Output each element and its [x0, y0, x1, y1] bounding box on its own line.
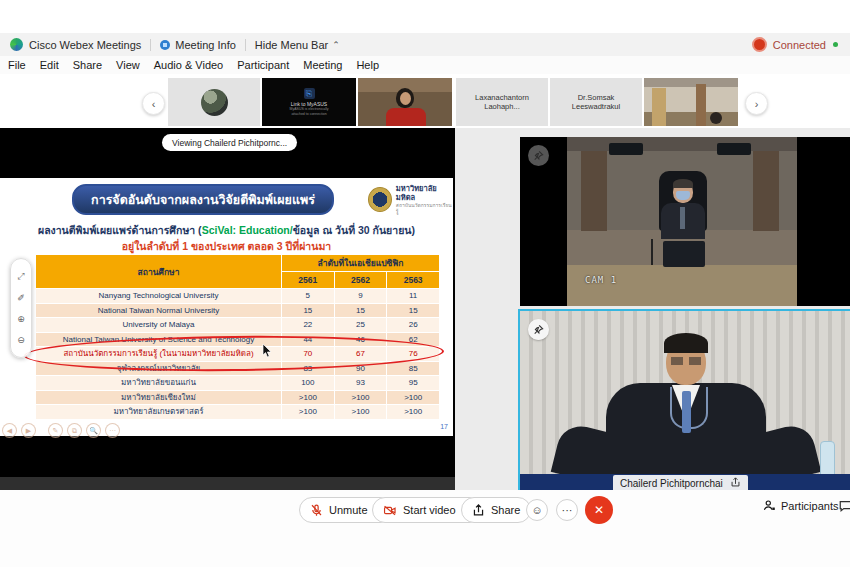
share-button[interactable]: Share — [461, 497, 531, 523]
table-header-institution: สถานศึกษา — [36, 255, 282, 289]
menu-item-view[interactable]: View — [116, 59, 140, 71]
meeting-info-icon — [160, 40, 170, 50]
video-figure — [717, 143, 751, 155]
participant-thumbnail[interactable]: Laxanachantorn Laohaph... — [456, 78, 548, 126]
copy-slide-button[interactable]: ⧉ — [67, 423, 82, 438]
zoom-in-icon[interactable]: ⊕ — [17, 314, 25, 324]
share-icon — [472, 504, 485, 517]
more-tools-button[interactable]: ⋯ — [105, 423, 120, 438]
video-figure — [673, 179, 693, 188]
slide-subtitle-line2: อยู่ในลำดับที่ 1 ของประเทศ ตลอด 3 ปีที่ผ… — [0, 238, 453, 255]
mic-muted-icon — [310, 504, 323, 517]
video-figure — [652, 88, 666, 126]
logo-name: มหาวิทยาลัยมหิดล — [396, 184, 453, 202]
app-title: Cisco Webex Meetings — [29, 39, 141, 51]
viewer-tools-toolbar: ⤢ ✐ ⊕ ⊖ — [10, 258, 32, 358]
record-icon — [752, 37, 767, 52]
video-figure — [664, 333, 708, 353]
thumbnail-label: Dr.Somsak Leeswadtrakul — [550, 93, 642, 111]
webex-logo-icon — [10, 38, 23, 51]
university-emblem-icon — [368, 187, 392, 212]
pin-video-button[interactable] — [528, 319, 549, 340]
zoom-out-icon[interactable]: ⊖ — [17, 335, 25, 345]
thumbnail-label: Laxanachantorn Laohaph... — [456, 93, 548, 111]
participants-button[interactable]: Participants — [763, 499, 838, 512]
participant-thumbnail[interactable]: ⎘ Link to MyASUS MyASUS is electronicall… — [262, 78, 356, 126]
menu-item-file[interactable]: File — [8, 59, 26, 71]
table-row: จุฬาลงกรณ์มหาวิทยาลัย839085 — [36, 361, 440, 376]
video-feed-active-speaker[interactable]: Chailerd Pichitpornchai — [518, 309, 850, 494]
university-logo: มหาวิทยาลัยมหิดล สถาบันนวัตกรรมการเรียนร… — [368, 184, 453, 214]
annotate-button[interactable]: ✎ — [48, 423, 63, 438]
leave-meeting-button[interactable]: ✕ — [585, 496, 613, 524]
video-figure — [651, 239, 653, 265]
meeting-control-bar: Unmute ▼ Start video ▼ Share ☺ ··· ✕ — [0, 490, 850, 567]
table-row: สถาบันนวัตกรรมการเรียนรู้ (ในนามมหาวิทยา… — [36, 347, 440, 362]
video-figure — [581, 151, 607, 231]
hide-menu-bar-button[interactable]: Hide Menu Bar — [255, 39, 328, 51]
chevron-up-icon: ⌃ — [332, 40, 340, 50]
zoom-button[interactable]: 🔍 — [86, 423, 101, 438]
menu-item-edit[interactable]: Edit — [40, 59, 59, 71]
filmstrip-next-button[interactable]: › — [745, 92, 768, 115]
camera-off-icon — [383, 504, 397, 517]
participant-thumbnail[interactable] — [644, 78, 738, 126]
video-figure — [663, 241, 705, 267]
viewing-label: Viewing Chailerd Pichitpornc... — [162, 134, 297, 151]
presentation-slide: การจัดอันดับจากผลงานวิจัยตีพิมพ์เผยแพร่ … — [0, 178, 453, 436]
toolbar-divider — [245, 39, 246, 51]
share-screen-icon[interactable] — [730, 477, 741, 490]
menu-item-audio-video[interactable]: Audio & Video — [154, 59, 224, 71]
avatar — [201, 89, 228, 116]
menu-item-help[interactable]: Help — [356, 59, 379, 71]
conference-room-video: CAM 1 — [567, 137, 797, 306]
webex-window: Cisco Webex Meetings Meeting Info Hide M… — [0, 0, 850, 567]
pointer-icon[interactable]: ✐ — [17, 293, 25, 303]
pin-video-button[interactable] — [528, 145, 549, 166]
video-figure — [671, 357, 701, 365]
video-figure — [567, 265, 797, 306]
reactions-button[interactable]: ☺ — [526, 499, 548, 521]
menu-item-share[interactable]: Share — [73, 59, 102, 71]
thumbnail-subtext: attached to connection — [291, 112, 326, 117]
slide-page-number: 17 — [440, 423, 448, 430]
more-options-button[interactable]: ··· — [556, 499, 578, 521]
prev-slide-button[interactable]: ◀ — [2, 423, 17, 438]
table-header-rank-group: ลำดับที่ในเอเชียแปซิฟิก — [282, 255, 440, 272]
table-row: Nanyang Technological University5911 — [36, 289, 440, 304]
video-figure — [696, 84, 706, 126]
table-row: National Taiwan University of Science an… — [36, 332, 440, 347]
meeting-info-button[interactable]: Meeting Info — [175, 39, 236, 51]
video-panel: CAM 1 — [455, 128, 850, 490]
table-row: National Taiwan Normal University151515 — [36, 303, 440, 318]
menu-item-participant[interactable]: Participant — [237, 59, 289, 71]
participant-thumbnail[interactable] — [358, 78, 452, 126]
participant-thumbnail[interactable] — [168, 78, 260, 126]
video-figure — [386, 108, 426, 126]
stage-bottom-strip — [0, 477, 455, 490]
video-figure — [609, 143, 643, 155]
table-row: มหาวิทยาลัยเกษตรศาสตร์>100>100>100 — [36, 405, 440, 420]
chat-button[interactable] — [838, 499, 850, 517]
connection-quality-icon — [833, 42, 838, 47]
slide-title: การจัดอันดับจากผลงานวิจัยตีพิมพ์เผยแพร่ — [72, 184, 334, 215]
participant-thumbnail[interactable]: Dr.Somsak Leeswadtrakul — [550, 78, 642, 126]
table-row: มหาวิทยาลัยเชียงใหม่>100>100>100 — [36, 390, 440, 405]
participants-icon — [763, 499, 776, 512]
scival-text: SciVal: Education/ — [202, 224, 293, 236]
video-figure — [680, 207, 685, 229]
toolbar-divider — [150, 39, 151, 51]
video-feed-cam[interactable]: CAM 1 — [520, 137, 850, 306]
table-row: University of Malaya222526 — [36, 318, 440, 333]
ranking-table-body: Nanyang Technological University5911Nati… — [36, 289, 440, 420]
fit-view-icon[interactable]: ⤢ — [17, 271, 24, 282]
filmstrip-prev-button[interactable]: ‹ — [142, 92, 165, 115]
table-row: มหาวิทยาลัยขอนแก่น1009395 — [36, 376, 440, 391]
ranking-table: สถานศึกษา ลำดับที่ในเอเชียแปซิฟิก 2561 2… — [35, 254, 440, 420]
menu-item-meeting[interactable]: Meeting — [303, 59, 342, 71]
video-figure — [710, 112, 722, 124]
video-figure — [676, 191, 690, 200]
next-slide-button[interactable]: ▶ — [21, 423, 36, 438]
video-figure — [682, 391, 691, 433]
title-toolbar: Cisco Webex Meetings Meeting Info Hide M… — [0, 33, 850, 57]
